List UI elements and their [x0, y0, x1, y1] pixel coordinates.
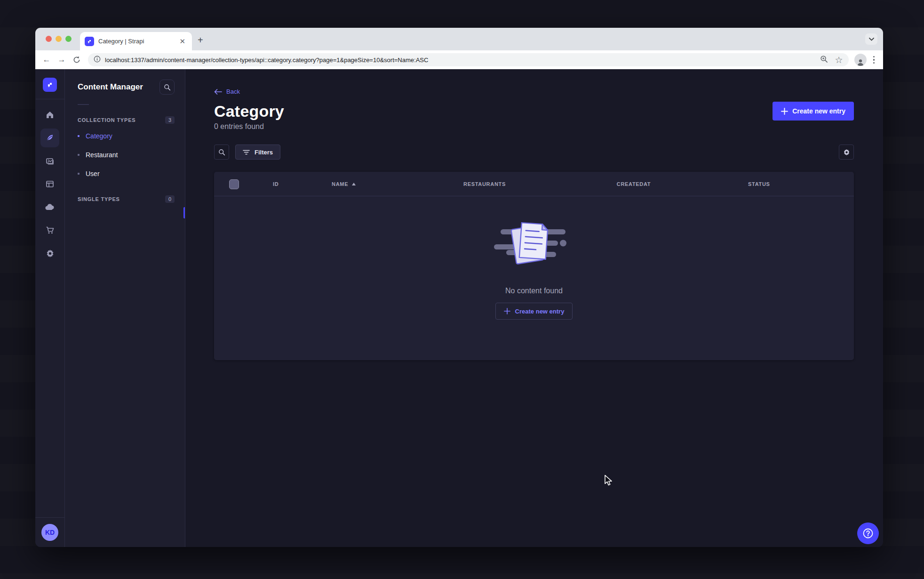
browser-window: Category | Strapi ✕ + ← → localhost:1337…: [35, 28, 883, 547]
gear-icon: [843, 148, 851, 156]
search-icon: [218, 149, 225, 156]
rail-bottom: KD: [35, 517, 64, 547]
entries-table: ID NAME RESTAURANTS CREATEDAT STATUS: [214, 172, 854, 360]
browser-profile-icon[interactable]: [854, 54, 867, 66]
table-header-row: ID NAME RESTAURANTS CREATEDAT STATUS: [214, 172, 854, 196]
minimize-window-button[interactable]: [56, 36, 62, 42]
filters-button[interactable]: Filters: [235, 145, 280, 160]
strapi-favicon-icon: [85, 37, 94, 46]
browser-menu-icon[interactable]: [870, 56, 878, 64]
single-types-count-badge: 0: [165, 195, 175, 203]
tab-close-icon[interactable]: ✕: [177, 37, 187, 46]
sidebar-divider: [78, 104, 89, 105]
empty-state: No content found Create new entry: [214, 217, 854, 320]
bullet-icon: [78, 154, 80, 156]
maximize-window-button[interactable]: [65, 36, 72, 42]
forward-arrow-icon[interactable]: →: [56, 54, 67, 65]
no-content-illustration: [489, 217, 579, 270]
user-avatar[interactable]: KD: [41, 524, 58, 541]
search-entries-button[interactable]: [214, 145, 229, 160]
strapi-logo-icon[interactable]: [43, 78, 57, 92]
bullet-icon: [78, 173, 80, 175]
entries-count: 0 entries found: [214, 122, 854, 131]
tab-search-chevron-icon[interactable]: [865, 33, 877, 45]
nav-content-type-builder-icon[interactable]: [40, 175, 59, 193]
new-tab-button[interactable]: +: [198, 35, 203, 45]
desktop: Category | Strapi ✕ + ← → localhost:1337…: [0, 0, 924, 579]
column-header-status[interactable]: STATUS: [748, 181, 770, 187]
nav-home-icon[interactable]: [40, 105, 59, 124]
question-mark-icon: [862, 528, 874, 539]
address-bar[interactable]: localhost:1337/admin/content-manager/col…: [88, 53, 849, 66]
empty-create-new-entry-button[interactable]: Create new entry: [495, 303, 573, 320]
page-info-icon[interactable]: [94, 56, 101, 64]
sidebar-item-restaurant[interactable]: Restaurant: [78, 145, 175, 164]
close-window-button[interactable]: [46, 36, 52, 42]
column-header-id[interactable]: ID: [273, 181, 279, 187]
column-header-createdat[interactable]: CREATEDAT: [596, 181, 671, 187]
back-arrow-icon: [214, 89, 222, 95]
list-toolbar: Filters: [214, 145, 854, 160]
plus-icon: [504, 308, 510, 314]
main-content: Back Category Create new entry 0 entries…: [185, 69, 883, 547]
browser-tab-bar: Category | Strapi ✕ +: [35, 28, 883, 50]
window-controls: [46, 36, 72, 42]
nav-marketplace-cart-icon[interactable]: [40, 221, 59, 240]
bookmark-star-icon[interactable]: ☆: [835, 56, 843, 64]
view-settings-button[interactable]: [839, 145, 854, 160]
nav-settings-gear-icon[interactable]: [40, 244, 59, 263]
page-title: Category: [214, 102, 284, 121]
select-all-checkbox[interactable]: [229, 179, 239, 189]
nav-cloud-icon[interactable]: [40, 198, 59, 217]
column-header-restaurants[interactable]: RESTAURANTS: [445, 181, 525, 187]
bullet-icon: [78, 135, 80, 137]
collection-types-count-badge: 3: [165, 116, 175, 124]
rail-divider: [35, 517, 65, 518]
reload-icon[interactable]: [71, 54, 82, 65]
column-header-name[interactable]: NAME: [332, 181, 356, 187]
sidebar-item-category[interactable]: Category: [78, 127, 175, 145]
tab-title: Category | Strapi: [98, 38, 173, 45]
collection-types-list: Category Restaurant User: [78, 127, 175, 183]
active-item-indicator: [183, 207, 185, 218]
single-types-label: SINGLE TYPES: [78, 196, 120, 202]
back-link[interactable]: Back: [214, 88, 854, 95]
help-button[interactable]: [857, 523, 879, 544]
nav-rail: KD: [35, 69, 65, 547]
browser-url-bar: ← → localhost:1337/admin/content-manager…: [35, 50, 883, 69]
sidebar-item-user[interactable]: User: [78, 164, 175, 183]
filter-icon: [243, 150, 250, 155]
content-manager-sidebar: Content Manager COLLECTION TYPES 3 Categ…: [65, 69, 185, 547]
nav-media-library-icon[interactable]: [40, 152, 59, 170]
rail-divider: [36, 99, 64, 99]
nav-content-manager-icon[interactable]: [40, 129, 59, 147]
plus-icon: [781, 108, 788, 115]
zoom-icon[interactable]: [820, 55, 828, 65]
empty-state-message: No content found: [505, 287, 563, 295]
url-text[interactable]: localhost:1337/admin/content-manager/col…: [105, 56, 816, 64]
strapi-admin: KD Content Manager COLLECTION TYPES 3: [35, 69, 883, 547]
back-arrow-icon[interactable]: ←: [41, 54, 52, 65]
omnibox-actions: ☆: [820, 55, 843, 65]
create-new-entry-button[interactable]: Create new entry: [773, 102, 854, 121]
sidebar-search-button[interactable]: [159, 80, 175, 95]
collection-types-label: COLLECTION TYPES: [78, 117, 135, 123]
browser-tab[interactable]: Category | Strapi ✕: [80, 32, 192, 50]
sidebar-title: Content Manager: [78, 82, 143, 92]
sort-ascending-icon: [352, 183, 356, 185]
